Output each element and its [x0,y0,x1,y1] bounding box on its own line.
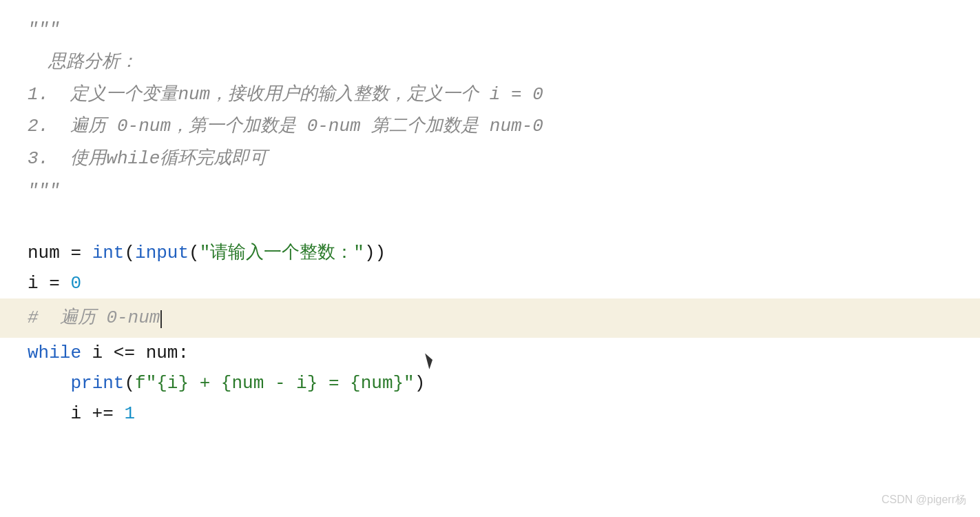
print-line: print(f"{i} + {num - i} = {num}") [28,368,952,398]
code-editor: """ 思路分析： 1. 定义一个变量num，接收用户的输入整数，定义一个 i … [0,0,980,517]
while-line: while i <= num: [28,338,952,368]
comment-traverse-line: # 遍历 0-num [0,298,980,337]
blank-line [28,207,952,238]
triple-quote-open: """ [28,14,952,46]
triple-quote-close: """ [28,175,952,207]
comment-line1: 1. 定义一个变量num，接收用户的输入整数，定义一个 i = 0 [28,79,952,111]
comment-heading: 思路分析： [28,46,952,79]
increment-line: i += 1 [28,398,952,429]
code-content: """ 思路分析： 1. 定义一个变量num，接收用户的输入整数，定义一个 i … [0,14,980,429]
comment-line3: 3. 使用while循环完成即可 [28,143,952,175]
i-assign-line: i = 0 [28,268,952,298]
comment-line2: 2. 遍历 0-num，第一个加数是 0-num 第二个加数是 num-0 [28,110,952,143]
watermark: CSDN @pigerr杨 [882,493,966,507]
num-assign-line: num = int(input("请输入一个整数：")) [28,238,952,268]
